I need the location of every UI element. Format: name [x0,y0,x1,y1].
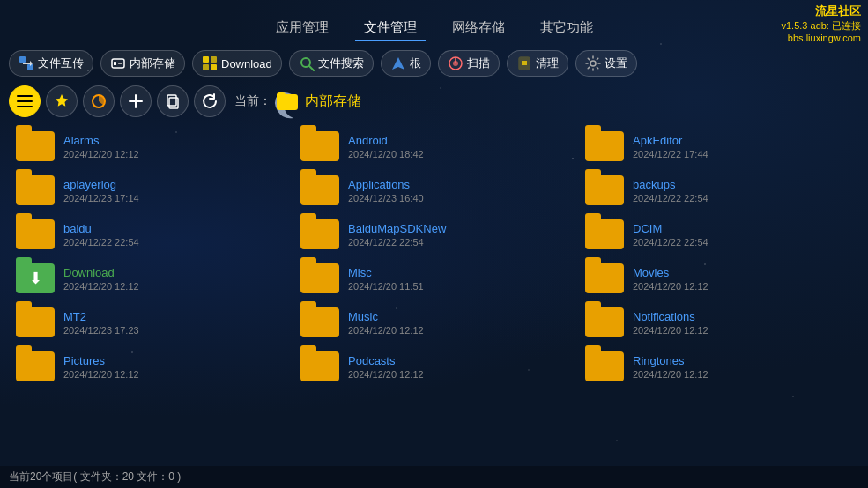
file-date-10: 2024/12/20 11:51 [348,281,424,292]
internal-storage-label: 内部存储 [130,55,175,71]
branding: 流星社区 v1.5.3 adb: 已连接 bbs.liuxingw.com [782,4,862,43]
toolbar-btn-download[interactable]: Download [192,50,282,77]
file-name-3: aplayerlog [63,178,139,191]
toolbar-btn-clean[interactable]: 清理 [507,50,568,77]
toolbar-btn-scan[interactable]: 扫描 [438,50,500,77]
toolbar-btn-internal-storage[interactable]: 内部存储 [100,50,185,77]
toolbar-btn-settings[interactable]: 设置 [575,50,637,77]
action-btn-copy[interactable] [157,85,189,117]
download-label: Download [221,57,272,70]
svg-rect-20 [17,106,33,107]
file-date-5: 2024/12/22 22:54 [633,193,708,203]
file-name-12: MT2 [63,310,139,323]
file-date-0: 2024/12/20 12:12 [63,149,139,159]
file-item-1[interactable]: Android 2024/12/20 18:42 [292,124,576,168]
svg-rect-19 [17,100,33,102]
action-btn-add[interactable] [120,85,152,117]
file-date-15: 2024/12/20 12:12 [63,369,139,380]
file-name-1: Android [348,134,424,147]
file-transfer-icon [19,55,34,71]
file-date-17: 2024/12/20 12:12 [633,369,708,380]
toolbar-btn-root[interactable]: 根 [381,50,431,77]
current-label: 当前： [234,93,271,109]
nav-tab-file-manage[interactable]: 文件管理 [355,18,426,41]
file-item-9[interactable]: ⬇ Download 2024/12/20 12:12 [7,256,292,300]
file-item-3[interactable]: aplayerlog 2024/12/23 17:14 [7,168,292,212]
branding-version: v1.5.3 adb: 已连接 [782,19,862,33]
scan-icon [448,55,464,71]
action-btn-star[interactable] [46,85,78,117]
file-item-13[interactable]: Music 2024/12/20 12:12 [292,300,576,344]
file-search-label: 文件搜索 [318,55,364,71]
branding-website: bbs.liuxingw.com [782,33,862,43]
file-name-8: DCIM [633,222,708,235]
file-item-6[interactable]: baidu 2024/12/22 22:54 [7,212,292,256]
svg-rect-6 [211,56,217,63]
status-text: 当前20个项目( 文件夹：20 文件：0 ) [9,470,181,483]
file-name-6: baidu [63,222,139,235]
svg-rect-4 [118,63,122,64]
file-name-9: Download [63,266,139,279]
file-item-16[interactable]: Podcasts 2024/12/20 12:12 [292,344,576,388]
file-item-17[interactable]: Ringtones 2024/12/20 12:12 [576,344,861,388]
file-date-9: 2024/12/20 12:12 [63,281,139,292]
file-item-4[interactable]: Applications 2024/12/23 16:40 [292,168,576,212]
root-label: 根 [410,55,421,71]
file-item-10[interactable]: Misc 2024/12/20 11:51 [292,256,576,300]
file-date-13: 2024/12/20 12:12 [348,325,424,336]
file-item-12[interactable]: MT2 2024/12/23 17:23 [7,300,292,344]
file-date-6: 2024/12/22 22:54 [63,237,139,248]
file-date-1: 2024/12/20 18:42 [348,149,424,159]
toolbar-btn-file-transfer[interactable]: 文件互传 [9,50,93,77]
file-item-11[interactable]: Movies 2024/12/20 12:12 [576,256,861,300]
download-icon [202,55,218,71]
file-item-15[interactable]: Pictures 2024/12/20 12:12 [7,344,292,388]
file-item-8[interactable]: DCIM 2024/12/22 22:54 [576,212,861,256]
file-name-16: Podcasts [348,354,424,367]
toolbar-btn-file-search[interactable]: 文件搜索 [289,50,374,77]
file-name-13: Music [348,310,424,323]
file-name-5: backups [633,178,708,191]
action-bar: 当前： 内部存储 [0,82,868,121]
file-date-11: 2024/12/20 12:12 [633,281,708,292]
file-grid: Alarms 2024/12/20 12:12 Android 2024/12/… [0,121,868,392]
file-name-7: BaiduMapSDKNew [348,222,446,235]
file-item-0[interactable]: Alarms 2024/12/20 12:12 [7,124,292,168]
nav-tab-app-manage[interactable]: 应用管理 [267,18,338,41]
nav-tabs [0,0,868,11]
file-item-5[interactable]: backups 2024/12/22 22:54 [576,168,861,212]
clean-label: 清理 [536,55,559,71]
action-btn-pie[interactable] [83,85,115,117]
file-name-15: Pictures [63,354,139,367]
svg-rect-8 [211,64,217,70]
file-item-14[interactable]: Notifications 2024/12/20 12:12 [576,300,861,344]
scan-label: 扫描 [467,55,490,71]
toolbar: 文件互传 内部存储 Download 文件搜索 根 扫描 清理 [0,45,868,82]
file-name-10: Misc [348,266,424,279]
action-btn-list-view[interactable] [9,85,41,117]
file-item-2[interactable]: ApkEditor 2024/12/22 17:44 [576,124,861,168]
file-date-12: 2024/12/23 17:23 [63,325,139,336]
svg-rect-0 [19,56,26,63]
current-path: 内部存储 [277,92,361,111]
nav-tabs: 应用管理 文件管理 网络存储 其它功能 [0,11,868,45]
file-search-icon [299,55,315,71]
file-name-14: Notifications [633,310,708,323]
file-date-3: 2024/12/23 17:14 [63,193,139,203]
file-name-2: ApkEditor [633,134,708,147]
root-icon [390,55,406,71]
svg-rect-18 [17,95,33,97]
file-date-16: 2024/12/20 12:12 [348,369,424,380]
nav-tab-other[interactable]: 其它功能 [531,18,602,41]
nav-tab-net-storage[interactable]: 网络存储 [443,18,514,41]
file-transfer-label: 文件互传 [38,55,84,71]
file-item-7[interactable]: BaiduMapSDKNew 2024/12/22 22:54 [292,212,576,256]
settings-icon [585,55,601,71]
svg-point-17 [590,61,596,66]
svg-line-10 [309,66,314,70]
settings-label: 设置 [605,55,627,71]
branding-title: 流星社区 [782,4,862,19]
status-bar: 当前20个项目( 文件夹：20 文件：0 ) [0,466,868,488]
action-btn-refresh[interactable] [194,85,226,117]
svg-rect-14 [519,57,530,70]
